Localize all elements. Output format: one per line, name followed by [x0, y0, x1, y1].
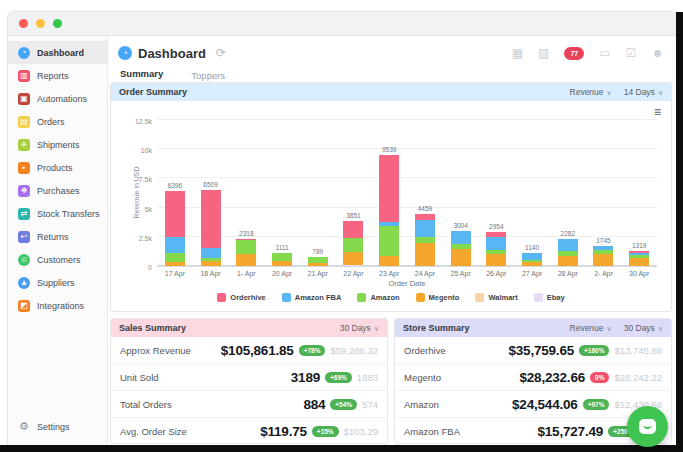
- bar-value-label: 1745: [596, 237, 610, 244]
- legend-item-orderhive[interactable]: Orderhive: [217, 293, 265, 302]
- metric-select[interactable]: Revenue: [570, 323, 612, 333]
- chat-widget-button[interactable]: [627, 406, 668, 447]
- main-content: ◔ Dashboard ⟳ ▦▧77▭☑☻ SummaryToppers Ord…: [108, 36, 676, 444]
- bar-segment-ebay: [343, 265, 363, 266]
- sidebar-item-orders[interactable]: ▤Orders: [8, 110, 107, 133]
- bar-segment-amazon: [272, 253, 292, 261]
- chat-bubble-icon: [639, 419, 656, 434]
- bar-segment-amazon-fba: [415, 220, 435, 238]
- store-summary-header: Store Summary Revenue 30 Days: [395, 319, 671, 337]
- current-value: 884: [303, 397, 325, 412]
- bar-segment-amazon: [165, 253, 185, 262]
- bar-slot: 3004: [443, 121, 479, 266]
- current-value: $15,727.49: [538, 424, 604, 439]
- gift-icon[interactable]: ▧: [538, 47, 549, 59]
- x-tick-label: 27 Apr: [514, 270, 550, 277]
- sales-summary-header: Sales Summary 30 Days: [111, 319, 387, 337]
- feedback-icon[interactable]: ▭: [599, 47, 610, 59]
- sidebar-item-label: Customers: [37, 255, 81, 265]
- sidebar-item-stock-transfers[interactable]: ⇄Stock Transfers: [8, 202, 107, 225]
- row-label: Unit Sold: [120, 372, 159, 383]
- page-title: Dashboard: [138, 46, 206, 61]
- notifications-badge[interactable]: 77: [564, 47, 584, 60]
- row-values: 884+54%574: [303, 397, 378, 412]
- panel-title: Sales Summary: [119, 323, 186, 333]
- row-label: Amazon: [404, 399, 439, 410]
- screenshot-frame-bottom: [0, 445, 683, 452]
- sidebar-item-settings[interactable]: ⚙ Settings: [8, 415, 107, 438]
- row-label: Avg. Order Size: [120, 426, 187, 437]
- legend-item-megento[interactable]: Megento: [416, 293, 460, 302]
- bar-value-label: 4459: [418, 205, 432, 212]
- current-value: $119.75: [260, 424, 307, 439]
- x-tick-label: 18 Apr: [193, 270, 229, 277]
- page-header: ◔ Dashboard ⟳ ▦▧77▭☑☻: [108, 40, 676, 66]
- table-row: Avg. Order Size$119.75+15%$103.29: [111, 418, 387, 444]
- bar-value-label: 1111: [276, 244, 289, 251]
- customers-icon: ☺: [18, 254, 30, 266]
- legend-item-ebay[interactable]: Ebay: [534, 293, 565, 302]
- tasks-icon[interactable]: ☑: [626, 47, 637, 59]
- calculator-icon[interactable]: ▦: [512, 47, 523, 59]
- bar-slot: 4459: [407, 121, 443, 266]
- x-tick-label: 25 Apr: [443, 270, 479, 277]
- current-value: $35,759.65: [508, 343, 574, 358]
- row-label: Approx Revenue: [120, 345, 191, 356]
- stacked-bar: [272, 253, 292, 266]
- sidebar-item-reports[interactable]: ▥Reports: [8, 64, 107, 87]
- range-select[interactable]: 30 Days: [340, 323, 379, 333]
- range-select[interactable]: 30 Days: [624, 323, 663, 333]
- sidebar-item-returns[interactable]: ↩Returns: [8, 225, 107, 248]
- legend-label: Megento: [429, 293, 460, 302]
- bar-slot: 2282: [550, 121, 586, 266]
- sidebar-item-automations[interactable]: ▣Automations: [8, 87, 107, 110]
- sidebar-item-label: Orders: [37, 117, 65, 127]
- sidebar-item-purchases[interactable]: ❖Purchases: [8, 179, 107, 202]
- sidebar-item-shipments[interactable]: ✈Shipments: [8, 133, 107, 156]
- legend-swatch: [416, 293, 425, 302]
- bar-segment-megento: [558, 256, 578, 267]
- row-values: $105,861.85+78%$59,286.32: [221, 343, 378, 358]
- bar-segment-megento: [165, 262, 185, 266]
- sidebar-item-suppliers[interactable]: ▲Suppliers: [8, 271, 107, 294]
- bar-value-label: 2318: [239, 230, 253, 237]
- screenshot-frame-right: [676, 12, 683, 452]
- bar-segment-amazon-fba: [486, 237, 506, 249]
- bar-value-label: 6509: [203, 181, 217, 188]
- bar-segment-amazon-fba: [451, 231, 471, 244]
- range-select[interactable]: 14 Days: [624, 87, 663, 97]
- bar-segment-megento: [522, 262, 542, 266]
- profile-icon[interactable]: ☻: [651, 47, 664, 59]
- chart-menu-icon[interactable]: ≡: [654, 105, 661, 119]
- minimize-window-button[interactable]: [36, 19, 45, 28]
- sidebar-item-products[interactable]: ▪Products: [8, 156, 107, 179]
- current-value: $28,232.66: [519, 370, 585, 385]
- sidebar-item-customers[interactable]: ☺Customers: [8, 248, 107, 271]
- close-window-button[interactable]: [19, 19, 28, 28]
- bar-segment-amazon-fba: [522, 253, 542, 260]
- legend-item-amazon[interactable]: Amazon: [357, 293, 399, 302]
- sales-summary-panel: Sales Summary 30 Days Approx Revenue$105…: [110, 318, 388, 444]
- airplane-icon: ✈: [18, 139, 30, 151]
- legend-item-walmart[interactable]: Walmart: [475, 293, 517, 302]
- bar-segment-megento: [486, 254, 506, 266]
- metric-select[interactable]: Revenue: [570, 87, 612, 97]
- sidebar-item-label: Returns: [37, 232, 69, 242]
- stacked-bar: [593, 246, 613, 266]
- bar-segment-megento: [343, 252, 363, 265]
- sidebar-item-dashboard[interactable]: ◔Dashboard: [8, 41, 107, 64]
- legend-label: Ebay: [547, 293, 565, 302]
- sidebar-item-integrations[interactable]: ◩Integrations: [8, 294, 107, 317]
- legend-swatch: [357, 293, 366, 302]
- bar-value-label: 6396: [168, 182, 182, 189]
- legend-item-amazon-fba[interactable]: Amazon FBA: [282, 293, 342, 302]
- dashboard-icon: ◔: [18, 47, 30, 59]
- legend-label: Orderhive: [230, 293, 265, 302]
- bar-slot: 2318: [228, 121, 264, 266]
- bar-segment-amazon: [236, 240, 256, 254]
- x-tick-label: 21 Apr: [300, 270, 336, 277]
- refresh-icon[interactable]: ⟳: [216, 46, 226, 60]
- maximize-window-button[interactable]: [53, 19, 62, 28]
- sidebar: ◔Dashboard▥Reports▣Automations▤Orders✈Sh…: [8, 36, 108, 444]
- bar-segment-megento: [451, 249, 471, 266]
